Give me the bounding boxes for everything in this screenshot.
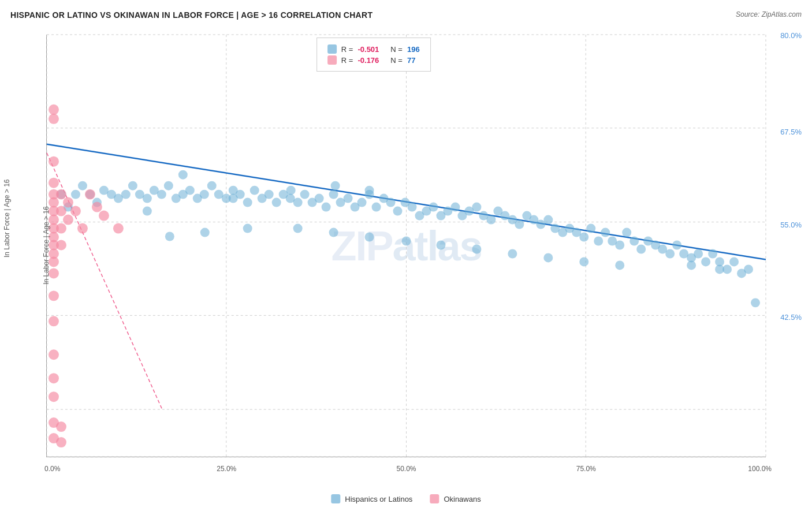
svg-point-156	[63, 215, 73, 225]
svg-point-94	[636, 245, 646, 254]
svg-point-33	[200, 190, 209, 199]
svg-point-163	[49, 373, 59, 383]
svg-point-34	[207, 181, 217, 191]
legend-row-1: R = -0.501 N = 196	[327, 44, 420, 54]
svg-point-81	[543, 215, 553, 225]
bottom-legend-okinawans: Okinawans	[430, 494, 481, 503]
svg-point-91	[615, 241, 624, 250]
legend-pink-dot	[327, 55, 337, 65]
legend-blue-dot	[327, 44, 337, 54]
svg-point-25	[143, 194, 152, 203]
legend-row-2: R = -0.176 N = 77	[327, 55, 420, 65]
bottom-legend-blue-dot	[331, 494, 340, 503]
svg-point-165	[56, 437, 66, 447]
svg-point-110	[751, 298, 760, 307]
svg-point-51	[329, 190, 338, 199]
svg-point-15	[71, 190, 80, 199]
legend-2-n-value: 77	[407, 56, 415, 65]
svg-point-133	[49, 156, 59, 167]
bottom-legend-hispanics: Hispanics or Latinos	[331, 494, 412, 503]
legend-2-spacer: N =	[390, 56, 403, 65]
svg-point-115	[329, 228, 338, 237]
svg-point-122	[579, 257, 588, 266]
svg-point-158	[77, 223, 88, 234]
svg-point-128	[229, 194, 238, 203]
svg-point-123	[615, 260, 624, 270]
svg-point-55	[357, 198, 367, 207]
svg-point-113	[243, 224, 252, 233]
svg-point-125	[715, 264, 724, 274]
y-axis-label-rotated: In Labor Force | Age > 16	[42, 206, 50, 285]
x-tick-100: 100.0%	[748, 465, 772, 473]
svg-point-60	[393, 207, 403, 216]
svg-point-68	[450, 203, 460, 212]
legend-1-r-label: R =	[341, 45, 353, 54]
svg-point-117	[402, 237, 411, 246]
svg-point-87	[586, 224, 595, 233]
svg-point-89	[601, 228, 610, 237]
svg-point-157	[70, 206, 81, 217]
x-tick-50: 50.0%	[396, 465, 416, 473]
bottom-legend-okinawans-label: Okinawans	[444, 495, 481, 503]
source-text: Source: ZipAtlas.com	[736, 10, 802, 18]
svg-point-93	[630, 237, 639, 246]
svg-point-155	[63, 197, 73, 208]
svg-point-166	[49, 105, 59, 115]
svg-point-116	[365, 233, 374, 242]
bottom-legend-hispanics-label: Hispanics or Latinos	[345, 495, 412, 503]
svg-point-119	[472, 245, 481, 254]
svg-point-53	[344, 194, 353, 203]
svg-point-40	[250, 186, 259, 195]
legend-2-r-value: -0.176	[357, 56, 379, 65]
svg-point-86	[579, 233, 588, 242]
svg-point-114	[293, 224, 303, 233]
svg-point-164	[56, 421, 66, 432]
svg-point-130	[331, 181, 340, 191]
svg-point-28	[164, 181, 173, 191]
bottom-legend: Hispanics or Latinos Okinawans	[331, 494, 481, 503]
svg-point-147	[49, 349, 59, 360]
svg-point-46	[293, 198, 303, 207]
svg-point-49	[315, 194, 324, 203]
svg-point-129	[286, 186, 296, 195]
svg-point-132	[49, 114, 59, 124]
scatter-plot	[47, 35, 766, 457]
svg-point-124	[687, 260, 696, 270]
legend-1-r-value: -0.501	[357, 45, 379, 54]
svg-point-107	[729, 257, 739, 266]
svg-point-62	[407, 203, 416, 212]
svg-point-154	[56, 240, 66, 251]
svg-point-162	[113, 223, 124, 234]
svg-point-145	[49, 290, 59, 301]
y-tick-80: 80.0%	[780, 31, 802, 40]
x-tick-0: 0.0%	[44, 465, 60, 473]
chart-title: HISPANIC OR LATINO VS OKINAWAN IN LABOR …	[10, 10, 373, 20]
svg-point-77	[515, 220, 524, 229]
svg-point-71	[472, 203, 481, 212]
svg-point-112	[200, 228, 210, 237]
chart-legend: R = -0.501 N = 196 R = -0.176 N = 77	[316, 38, 431, 72]
legend-2-r-label: R =	[341, 56, 353, 65]
svg-point-39	[243, 198, 252, 207]
svg-point-146	[49, 316, 59, 326]
svg-point-131	[365, 186, 374, 195]
svg-point-31	[185, 186, 195, 195]
svg-point-42	[265, 190, 274, 199]
x-tick-25: 25.0%	[217, 465, 236, 473]
svg-point-65	[429, 203, 438, 212]
svg-point-43	[272, 198, 281, 207]
svg-point-88	[594, 237, 603, 246]
chart-container: HISPANIC OR LATINO VS OKINAWAN IN LABOR …	[0, 0, 812, 515]
svg-point-152	[56, 206, 66, 217]
svg-point-59	[386, 198, 396, 207]
chart-area: ZIPatlas	[46, 35, 766, 457]
bottom-legend-pink-dot	[430, 494, 439, 503]
y-tick-55: 55.0%	[780, 221, 802, 229]
svg-point-160	[92, 202, 102, 212]
svg-point-16	[78, 181, 87, 191]
svg-point-103	[701, 257, 710, 266]
svg-point-98	[665, 249, 675, 258]
legend-1-n-value: 196	[407, 45, 420, 54]
svg-point-148	[49, 391, 59, 402]
svg-point-22	[121, 190, 131, 199]
